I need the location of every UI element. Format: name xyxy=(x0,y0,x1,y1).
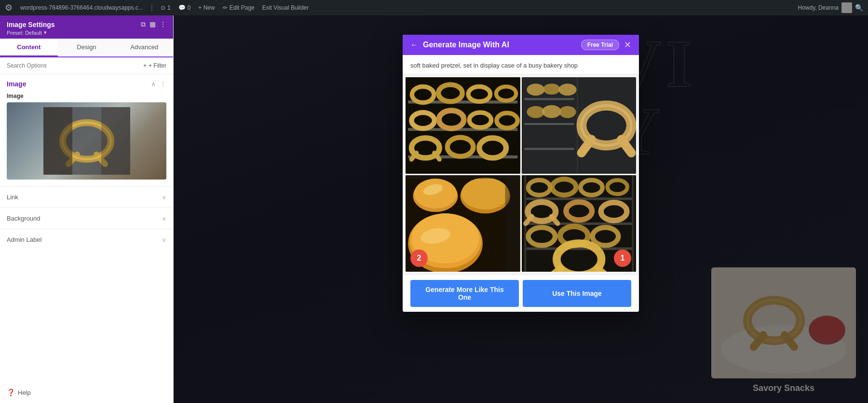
howdy-user: Howdy, Deanna 🔍 xyxy=(798,2,864,13)
link-section-title: Link xyxy=(7,194,18,201)
use-this-image-button[interactable]: Use This Image xyxy=(523,280,631,307)
circle-icon: ⊙ xyxy=(161,4,165,11)
copy-icon[interactable]: ⧉ xyxy=(141,20,146,28)
background-section-title: Background xyxy=(7,215,40,222)
help-row: ❓ Help xyxy=(0,382,173,403)
image-field-label: Image xyxy=(0,91,173,102)
chevron-down-icon[interactable]: ▾ xyxy=(44,29,47,36)
admin-label-section-header[interactable]: Admin Label ∨ xyxy=(7,236,166,243)
admin-label-section: Admin Label ∨ xyxy=(0,229,173,250)
panel-tabs: Content Design Advanced xyxy=(0,39,173,57)
avatar xyxy=(841,2,852,13)
svg-rect-66 xyxy=(505,175,520,272)
tab-advanced[interactable]: Advanced xyxy=(115,39,173,56)
visit-count[interactable]: ⊙ 1 xyxy=(161,4,171,11)
more-icon[interactable]: ⋮ xyxy=(160,20,166,28)
modal-header-left: ← Generate Image With AI xyxy=(410,41,509,49)
exit-visual-builder-link[interactable]: Exit Visual Builder xyxy=(262,4,309,11)
page-canvas: DIVIRY xyxy=(174,15,868,403)
plus-icon: + xyxy=(143,62,147,69)
generated-image-4[interactable]: 1 xyxy=(522,175,637,272)
help-icon[interactable]: ❓ xyxy=(7,389,15,396)
site-url[interactable]: wordpress-784896-3766464.cloudwaysapps.c… xyxy=(20,4,143,11)
close-icon[interactable]: ✕ xyxy=(624,40,631,50)
svg-point-62 xyxy=(461,178,509,209)
search-icon[interactable]: 🔍 xyxy=(855,4,863,12)
panel-header-icons: ⧉ ▦ ⋮ xyxy=(141,20,166,28)
panel-header: Image Settings ⧉ ▦ ⋮ Preset: Default ▾ xyxy=(0,15,173,39)
filter-button[interactable]: + + Filter xyxy=(143,62,166,69)
image-preview-inner xyxy=(7,102,166,180)
comment-count[interactable]: 💬 0 xyxy=(178,4,191,11)
modal-prompt-text: soft baked pretzel, set in display case … xyxy=(403,55,639,74)
edit-page-link[interactable]: ✏ Edit Page xyxy=(223,4,255,11)
image-1-svg xyxy=(406,77,520,174)
wp-admin-bar: ⚙ wordpress-784896-3766464.cloudwaysapps… xyxy=(0,0,868,15)
left-panel: Image Settings ⧉ ▦ ⋮ Preset: Default ▾ C… xyxy=(0,15,174,403)
svg-rect-7 xyxy=(101,107,130,175)
tab-design[interactable]: Design xyxy=(58,39,116,56)
modal-overlay: ← Generate Image With AI Free Trial ✕ so… xyxy=(174,15,868,403)
generate-more-button[interactable]: Generate More Like This One xyxy=(410,280,519,307)
tab-content[interactable]: Content xyxy=(0,39,58,56)
separator: | xyxy=(151,3,153,12)
generated-image-1[interactable] xyxy=(406,77,520,174)
help-label[interactable]: Help xyxy=(18,389,31,396)
svg-rect-52 xyxy=(522,77,637,174)
panel-title: Image Settings xyxy=(7,21,55,28)
comment-icon: 💬 xyxy=(178,4,186,11)
pencil-icon: ✏ xyxy=(223,4,228,11)
svg-rect-65 xyxy=(406,175,520,179)
chevron-right-icon: ∨ xyxy=(162,194,166,201)
link-section-header[interactable]: Link ∨ xyxy=(7,194,166,201)
admin-label-section-title: Admin Label xyxy=(7,236,41,243)
pretzel-preview-svg xyxy=(43,107,130,175)
chevron-right-icon-3: ∨ xyxy=(162,236,166,243)
back-icon[interactable]: ← xyxy=(410,41,418,49)
image-2-svg xyxy=(522,77,637,174)
image-section-title: Image xyxy=(7,80,26,88)
generated-image-3[interactable]: 2 xyxy=(406,175,520,272)
chevron-up-icon[interactable]: ∧ xyxy=(151,80,156,88)
svg-rect-6 xyxy=(43,107,72,175)
modal-images-grid: 2 xyxy=(403,74,639,275)
number-badge-1: 1 xyxy=(614,250,631,267)
modal-footer: Generate More Like This One Use This Ima… xyxy=(403,275,639,312)
new-item-link[interactable]: + New xyxy=(198,4,215,11)
grid-icon[interactable]: ▦ xyxy=(149,20,156,28)
generated-image-2[interactable] xyxy=(522,77,637,174)
search-filter-row: + + Filter xyxy=(0,57,173,74)
free-trial-badge[interactable]: Free Trial xyxy=(581,40,619,50)
modal-header: ← Generate Image With AI Free Trial ✕ xyxy=(403,35,639,55)
wordpress-logo-icon[interactable]: ⚙ xyxy=(5,2,13,13)
image-preview-container xyxy=(7,102,166,180)
background-section: Background ∨ xyxy=(0,208,173,229)
image-section-header: Image ∧ ⋮ xyxy=(0,74,173,91)
svg-rect-34 xyxy=(406,77,520,174)
generate-image-modal: ← Generate Image With AI Free Trial ✕ so… xyxy=(403,35,639,312)
number-badge-2: 2 xyxy=(410,250,428,267)
search-options-input[interactable] xyxy=(7,62,139,69)
background-section-header[interactable]: Background ∨ xyxy=(7,215,166,222)
main-layout: Image Settings ⧉ ▦ ⋮ Preset: Default ▾ C… xyxy=(0,15,868,403)
chevron-right-icon-2: ∨ xyxy=(162,215,166,222)
modal-header-right: Free Trial ✕ xyxy=(581,40,631,50)
link-section: Link ∨ xyxy=(0,186,173,208)
more-options-icon[interactable]: ⋮ xyxy=(160,80,166,88)
modal-title: Generate Image With AI xyxy=(423,41,509,49)
